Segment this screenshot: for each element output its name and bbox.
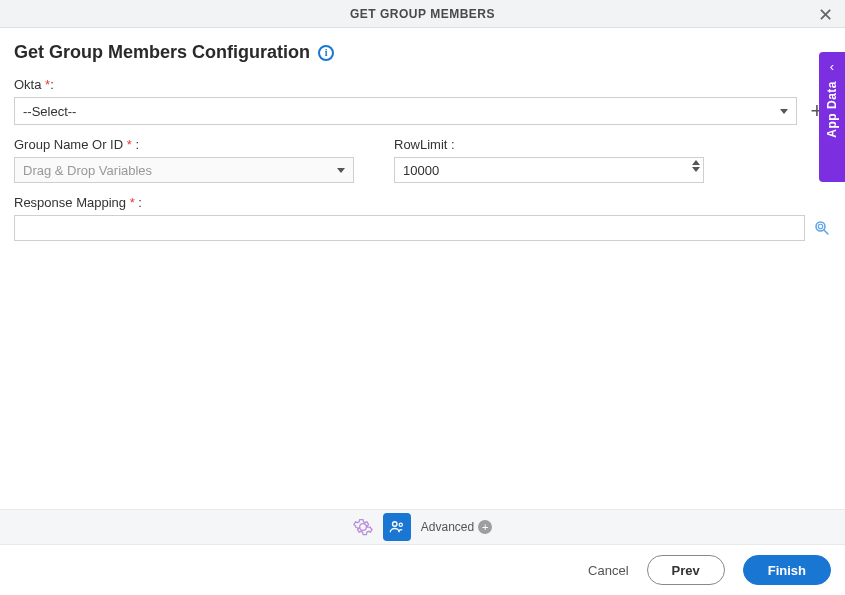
group-name-field-group: Group Name Or ID * : Drag & Drop Variabl… xyxy=(14,137,354,183)
window-title: GET GROUP MEMBERS xyxy=(350,7,495,21)
plus-circle-icon: + xyxy=(478,520,492,534)
group-name-input[interactable]: Drag & Drop Variables xyxy=(14,157,354,183)
chevron-down-icon xyxy=(780,109,788,114)
app-data-tab[interactable]: ‹ App Data xyxy=(819,52,845,182)
chevron-left-icon: ‹ xyxy=(830,60,834,73)
rowlimit-field-group: RowLimit : xyxy=(394,137,704,183)
search-icon[interactable] xyxy=(813,219,831,237)
cancel-button[interactable]: Cancel xyxy=(588,563,628,578)
okta-label: Okta *: xyxy=(14,77,831,92)
app-data-label: App Data xyxy=(825,81,839,138)
finish-button[interactable]: Finish xyxy=(743,555,831,585)
prev-button[interactable]: Prev xyxy=(647,555,725,585)
bottom-toolbar: Advanced + xyxy=(0,509,845,545)
svg-point-3 xyxy=(392,522,397,527)
page-title: Get Group Members Configuration xyxy=(14,42,310,63)
user-group-icon xyxy=(388,518,406,536)
spinner-down-icon[interactable] xyxy=(692,167,700,172)
close-icon[interactable]: ✕ xyxy=(814,4,837,26)
info-icon[interactable]: i xyxy=(318,45,334,61)
okta-select[interactable]: --Select-- xyxy=(14,97,797,125)
spinner-up-icon[interactable] xyxy=(692,160,700,165)
svg-point-4 xyxy=(399,523,402,526)
user-settings-button[interactable] xyxy=(383,513,411,541)
title-bar: GET GROUP MEMBERS ✕ xyxy=(0,0,845,28)
group-name-label: Group Name Or ID * : xyxy=(14,137,354,152)
main-content: Get Group Members Configuration i Okta *… xyxy=(0,28,845,241)
response-mapping-input[interactable] xyxy=(14,215,805,241)
gear-icon[interactable] xyxy=(353,517,373,537)
group-name-placeholder: Drag & Drop Variables xyxy=(23,163,152,178)
svg-point-1 xyxy=(818,224,823,229)
response-mapping-field-group: Response Mapping * : xyxy=(14,195,831,241)
footer-actions: Cancel Prev Finish xyxy=(588,555,831,585)
advanced-toggle[interactable]: Advanced + xyxy=(421,520,492,534)
response-mapping-label: Response Mapping * : xyxy=(14,195,831,210)
chevron-down-icon xyxy=(337,168,345,173)
two-column-row: Group Name Or ID * : Drag & Drop Variabl… xyxy=(14,137,831,183)
rowlimit-label: RowLimit : xyxy=(394,137,704,152)
svg-line-2 xyxy=(824,230,828,234)
rowlimit-spinner xyxy=(692,160,700,172)
rowlimit-input[interactable] xyxy=(394,157,704,183)
svg-point-0 xyxy=(816,222,825,231)
okta-select-value: --Select-- xyxy=(23,104,76,119)
okta-field-group: Okta *: --Select-- + xyxy=(14,77,831,125)
page-title-row: Get Group Members Configuration i xyxy=(14,42,831,63)
